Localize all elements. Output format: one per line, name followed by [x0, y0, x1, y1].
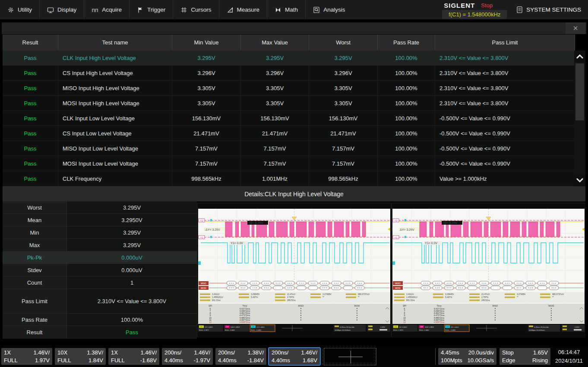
svg-text:1X 1.46V/: 1X 1.46V/ [399, 326, 408, 328]
cell-min: 7.157mV [172, 141, 241, 156]
svg-text:FULL -1.68V: FULL -1.68V [251, 329, 261, 331]
lane-miso-label: MISO [395, 282, 401, 285]
system-settings-button[interactable]: SYSTEM SETTINGS [507, 0, 588, 19]
cell-min: 3.295V [172, 50, 241, 65]
stat-row[interactable]: Count1 [3, 276, 197, 289]
menu-label: Acquire [102, 6, 122, 13]
svg-text:10X 1.38V/: 10X 1.38V/ [231, 326, 240, 328]
quick-measure[interactable]: f(C1) = 1.548000kHz [442, 10, 507, 19]
cell-result: Pass [3, 126, 58, 141]
svg-text:3.29645V: 3.29645V [251, 293, 260, 295]
svg-text:4.50972ms: 4.50972ms [434, 321, 445, 323]
table-row[interactable]: Pass CLK Frequency 998.565kHz 1.001MHz 9… [3, 171, 575, 186]
cell-max: 3.295V [241, 50, 309, 65]
cell-min: 7.157mV [172, 156, 241, 171]
svg-text:MISO: MISO [493, 304, 498, 307]
ch3-ground-marker [392, 261, 395, 265]
svg-text:4.50972ms: 4.50972ms [240, 321, 250, 323]
svg-text:980.0737mV: 980.0737mV [552, 293, 564, 295]
stat-row[interactable]: Max3.295V [3, 239, 197, 251]
cell-test: MISO Input Low Level Voltage [58, 141, 172, 156]
stat-row[interactable]: Min3.295V [3, 226, 197, 239]
cell-worst: 3.305V [309, 81, 378, 95]
delay-indicator[interactable] [324, 348, 376, 365]
table-scrollbar[interactable] [574, 50, 585, 186]
cell-max: 21.471mV [241, 126, 309, 141]
svg-text:10X 1.38V/: 10X 1.38V/ [425, 326, 434, 328]
svg-text:3.29645V: 3.29645V [445, 293, 454, 295]
scrollbar-thumb[interactable] [575, 63, 584, 120]
acquisition-box[interactable]: 4.45ms20.0us/div 100Mpts10.0GSa/s [438, 348, 496, 365]
menu-measure[interactable]: Measure [219, 0, 268, 19]
channel-box-1[interactable]: 1X1.46V/ FULL1.97V [1, 348, 52, 365]
stat-row[interactable]: Mean3.2950V [3, 214, 197, 226]
menu-display[interactable]: Display [40, 0, 84, 19]
stat-row[interactable]: Stdev0.000uV [3, 264, 197, 276]
close-icon[interactable]: × [566, 22, 585, 34]
table-row[interactable]: Pass MISO Input High Level Voltage 3.305… [3, 81, 575, 96]
cell-test: MOSI Input High Level Voltage [58, 96, 172, 110]
cursor-dy-label: ΔY= 3.29V [205, 228, 220, 231]
menu-label: Analysis [323, 6, 345, 13]
svg-text:C3: C3 [446, 326, 449, 328]
run-state[interactable]: Stop [481, 2, 493, 9]
svg-text:980.0737mV: 980.0737mV [358, 293, 370, 295]
svg-text:3.27488V: 3.27488V [322, 293, 332, 295]
zoom-box-3-selected[interactable]: 200ns/1.46V/ 4.40ms1.68V [269, 348, 320, 365]
stat-row[interactable]: Pass Limit2.310V <= Value <= 3.800V [3, 289, 197, 314]
stat-row[interactable]: Worst3.295V [3, 201, 197, 214]
scroll-down-icon[interactable] [574, 174, 585, 186]
waveform-preview-2[interactable]: Y2 Y1 Y2= 3.29V ΔY= 3.29V Y1= 0.0V MISO … [391, 203, 585, 337]
stat-row-selected[interactable]: Pk-Pk0.000uV [3, 251, 197, 264]
cursor-y2-label: Y2= 3.29V [443, 221, 457, 224]
cell-max: 1.001MHz [241, 171, 309, 186]
menu-acquire[interactable]: Acquire [84, 0, 130, 19]
menu-trigger[interactable]: Trigger [130, 0, 173, 19]
cell-limit: -0.500V <= Value <= 0.990V [435, 126, 575, 141]
waveform-preview-1[interactable]: Y2 Y1 Y2= 3.29V ΔY= 3.29V Y1= 0.0V MISO … [197, 203, 391, 337]
lane-mosi-label: MOSI [201, 287, 206, 289]
col-result: Result [3, 35, 58, 50]
cell-min: 156.130mV [172, 111, 241, 125]
svg-text:12: 12 [403, 321, 406, 323]
col-pass-limit: Pass Limit [435, 35, 575, 50]
cell-result: Pass [3, 171, 58, 186]
scope-screenshot-svg: Y2 Y1 Y2= 3.29V ΔY= 3.29V Y1= 0.0V MISO … [197, 203, 391, 338]
table-row[interactable]: Pass CLK Input High Level Voltage 3.295V… [3, 50, 575, 66]
cell-limit: 2.310V <= Value <= 3.800V [435, 81, 575, 95]
menu-math[interactable]: Math [267, 0, 306, 19]
svg-text:FULL 1.84V: FULL 1.84V [419, 329, 429, 331]
stat-row[interactable]: ResultPass [3, 326, 197, 339]
menu-analysis[interactable]: Analysis [306, 0, 352, 19]
svg-text:801.33ns: 801.33ns [406, 299, 415, 301]
table-row[interactable]: Pass MOSI Input Low Level Voltage 7.157m… [3, 156, 575, 171]
details-title: Details:CLK Input High Level Voltage [3, 186, 585, 201]
zoom-box-2[interactable]: 200ns/1.38V/ 4.40ms-1.84V [215, 348, 266, 365]
scroll-up-icon[interactable] [574, 50, 585, 63]
svg-text:MOSI: MOSI [354, 304, 360, 307]
system-settings-icon [516, 6, 523, 13]
table-row[interactable]: Pass CS Input High Level Voltage 3.296V … [3, 66, 575, 81]
menu-utility[interactable]: Utility [0, 0, 40, 19]
svg-text:Y2: Y2 [395, 220, 398, 222]
svg-text:5.497%: 5.497% [251, 296, 258, 298]
table-row[interactable]: Pass CS Input Low Level Voltage 21.471mV… [3, 126, 575, 141]
svg-text:Y1: Y1 [395, 236, 398, 239]
math-icon [275, 6, 281, 13]
stat-row[interactable]: Pass Rate100.00% [3, 314, 197, 326]
zoom-box-1[interactable]: 200ns/1.46V/ 4.40ms-1.97V [162, 348, 213, 365]
cursors-icon [180, 6, 187, 13]
cell-result: Pass [3, 96, 58, 110]
table-row[interactable]: Pass MISO Input Low Level Voltage 7.157m… [3, 141, 575, 156]
lane-mosi-label: MOSI [395, 287, 400, 289]
svg-text:1.65V: 1.65V [575, 326, 579, 328]
table-row[interactable]: Pass MOSI Input High Level Voltage 3.305… [3, 96, 575, 111]
svg-text:289.52ns: 289.52ns [481, 299, 490, 301]
svg-text:1.65V: 1.65V [380, 326, 385, 328]
channel-box-3[interactable]: 1X1.46V/ FULL-1.68V [108, 348, 159, 365]
trigger-box[interactable]: Stop1.65V EdgeRising [499, 348, 550, 365]
menu-cursors[interactable]: Cursors [173, 0, 219, 19]
table-row[interactable]: Pass CLK Input Low Level Voltage 156.130… [3, 111, 575, 126]
svg-text:**: ** [358, 296, 360, 298]
channel-box-2[interactable]: 10X1.38V/ FULL1.84V [55, 348, 106, 365]
